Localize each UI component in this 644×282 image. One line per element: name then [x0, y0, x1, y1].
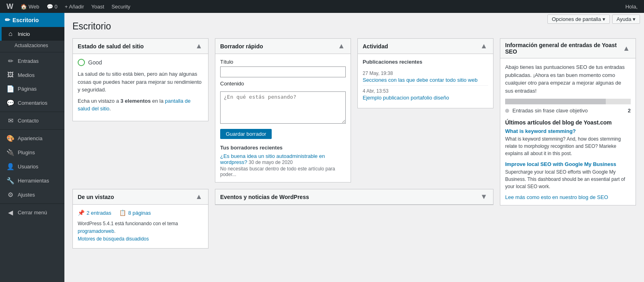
widget-draft-body: Título Contenido Guardar borrador Tus bo…	[215, 54, 351, 182]
sidebar-label-cerrar: Cerrar menú	[18, 209, 47, 216]
health-cta-middle: en la	[152, 98, 163, 104]
sidebar-item-ajustes[interactable]: ⚙ Ajustes	[0, 188, 64, 202]
sidebar-item-contacto[interactable]: ✉ Contacto	[0, 114, 64, 128]
sidebar-item-usuarios[interactable]: 👤 Usuarios	[0, 160, 64, 174]
widget-draft-title: Borrador rápido	[220, 43, 263, 50]
widget-activity-title: Actividad	[363, 43, 388, 50]
widget-health-body: Good La salud de tu sitio está bien, per…	[73, 54, 208, 121]
ajustes-icon: ⚙	[6, 191, 14, 199]
sidebar-item-comentarios[interactable]: 💬 Comentarios	[0, 96, 64, 110]
health-status-label: Good	[88, 59, 102, 66]
sidebar-label-ajustes: Ajustes	[18, 192, 35, 198]
sidebar-label-medios: Medios	[18, 72, 35, 78]
menu-sep-3	[0, 129, 64, 130]
sidebar-item-inicio[interactable]: ⌂ Inicio	[0, 27, 64, 41]
adminbar-wp-logo[interactable]: W	[3, 0, 17, 13]
menu-sep-1	[0, 52, 64, 52]
draft-date-0: 30 de mayo de 2020	[249, 160, 293, 165]
widget-activity-body: Publicaciones recientes 27 May, 19:38 Se…	[358, 54, 493, 108]
widget-draft-toggle[interactable]: ▲	[337, 42, 346, 50]
sidebar-label-paginas: Páginas	[18, 86, 37, 92]
sidebar-item-cerrar-menu[interactable]: ◀ Cerrar menú	[0, 205, 64, 220]
theme-link[interactable]: programadorweb	[78, 228, 114, 234]
activity-link-1[interactable]: Ejemplo publicacion portafolio diseño	[363, 95, 449, 101]
activity-link-0[interactable]: Secciones con las que debe contar todo s…	[363, 77, 477, 83]
content-textarea[interactable]	[220, 91, 346, 124]
blog-article-text-1: Supercharge your local SEO efforts with …	[505, 168, 631, 190]
home-icon: 🏠	[21, 4, 27, 10]
main-content: Escritorio Estado de salud del sitio ▲ G…	[64, 13, 644, 282]
screen-options-button[interactable]: Opciones de pantalla ▾	[547, 15, 610, 24]
glance-pages-link[interactable]: 8 páginas	[128, 210, 151, 216]
blog-article-link-1[interactable]: Improve local SEO with Google My Busines…	[505, 161, 616, 167]
draft-excerpt-0: No necesitas buscar dentro de todo este …	[220, 166, 346, 177]
medios-icon: 🖼	[6, 71, 14, 79]
widget-glance-title: De un vistazo	[78, 194, 114, 200]
menu-sep-4	[0, 203, 64, 204]
sidebar-header: ✏ Escritorio	[0, 13, 64, 27]
seo-item-count: 2	[628, 108, 631, 114]
sidebar-label-comentarios: Comentarios	[18, 100, 47, 106]
adminbar-add-label: + Añadir	[65, 4, 84, 10]
yoast-blog-section-title: Últimos artículos del blog de Yoast.com	[505, 119, 631, 126]
seo-bar	[505, 99, 631, 104]
widget-glance-toggle[interactable]: ▲	[194, 193, 203, 201]
admin-bar: W 🏠 Web 💬 0 + Añadir Yoast Security Hola…	[0, 0, 644, 13]
adminbar-user-greeting[interactable]: Hola,	[622, 0, 641, 13]
sidebar-item-paginas[interactable]: 📄 Páginas	[0, 82, 64, 96]
wp-info: WordPress 5.4.1 está funcionando con el …	[78, 220, 203, 243]
widget-yoast-toggle[interactable]: ▲	[622, 44, 631, 53]
widget-yoast-body: Abajo tienes las puntuaciones SEO de tus…	[500, 58, 636, 205]
blog-article-link-0[interactable]: What is keyword stemming?	[505, 128, 576, 134]
widget-eventos-toggle[interactable]: ▼	[479, 193, 488, 201]
widget-glance-header: De un vistazo ▲	[73, 189, 208, 205]
sidebar-item-apariencia[interactable]: 🎨 Apariencia	[0, 131, 64, 145]
widget-health: Estado de salud del sitio ▲ Good La salu…	[72, 38, 208, 121]
yoast-more-link[interactable]: Lee más como esto en nuestro blog de SEO	[505, 194, 608, 200]
glance-pages: 📋 8 páginas	[119, 209, 151, 216]
sidebar-item-actualizaciones[interactable]: Actualizaciones	[0, 41, 64, 50]
usuarios-icon: 👤	[6, 163, 14, 170]
seo-bar-container	[505, 99, 631, 104]
adminbar-comments[interactable]: 💬 0	[43, 0, 61, 13]
widget-yoast: Información general de entradas de Yoast…	[500, 38, 636, 205]
title-input[interactable]	[220, 66, 346, 77]
sidebar-label-apariencia: Apariencia	[18, 135, 42, 141]
glance-entradas: 📌 2 entradas	[78, 209, 111, 216]
save-draft-button[interactable]: Guardar borrador	[220, 129, 272, 139]
health-circle-icon	[78, 59, 85, 66]
search-engines-link[interactable]: Motores de búsqueda disuadidos	[78, 236, 149, 242]
seo-bar-fill	[505, 99, 606, 104]
adminbar-add-new[interactable]: + Añadir	[62, 0, 87, 13]
cerrar-icon: ◀	[6, 209, 14, 216]
adminbar-yoast[interactable]: Yoast	[88, 0, 107, 13]
widget-activity-toggle[interactable]: ▲	[479, 42, 488, 50]
sidebar-item-medios[interactable]: 🖼 Medios	[0, 68, 64, 82]
entradas-icon: ✏	[6, 57, 14, 65]
glance-entradas-icon: 📌	[78, 209, 85, 216]
adminbar-security[interactable]: Security	[108, 0, 134, 13]
health-cta-prefix: Echa un vistazo a	[78, 98, 119, 104]
contacto-icon: ✉	[6, 117, 14, 124]
widget-activity: Actividad ▲ Publicaciones recientes 27 M…	[357, 38, 493, 108]
sidebar-label-inicio: Inicio	[18, 31, 30, 37]
adminbar-comments-count: 0	[55, 4, 58, 10]
sidebar-item-herramientas[interactable]: 🔧 Herramientas	[0, 174, 64, 188]
dashboard-grid: Estado de salud del sitio ▲ Good La salu…	[72, 38, 636, 249]
sidebar-item-entradas[interactable]: ✏ Entradas	[0, 54, 64, 68]
adminbar-site[interactable]: 🏠 Web	[17, 0, 43, 13]
widget-eventos: Eventos y noticias de WordPress ▼	[215, 189, 493, 205]
sidebar-item-plugins[interactable]: 🔌 Plugins	[0, 145, 64, 160]
widget-draft-header: Borrador rápido ▲	[215, 39, 351, 54]
sidebar-header-icon: ✏	[5, 16, 10, 24]
sidebar-label-plugins: Plugins	[18, 149, 35, 156]
sidebar-label-entradas: Entradas	[18, 58, 39, 64]
activity-item-1: 4 Abr, 13:53 Ejemplo publicacion portafo…	[363, 86, 488, 103]
sidebar-label-usuarios: Usuarios	[18, 164, 38, 170]
comment-icon: 💬	[47, 4, 53, 10]
plugins-icon: 🔌	[6, 149, 14, 156]
widget-health-toggle[interactable]: ▲	[194, 42, 203, 50]
widget-yoast-header: Información general de entradas de Yoast…	[500, 39, 636, 58]
glance-entradas-link[interactable]: 2 entradas	[87, 210, 111, 216]
help-button[interactable]: Ayuda ▾	[612, 15, 640, 24]
